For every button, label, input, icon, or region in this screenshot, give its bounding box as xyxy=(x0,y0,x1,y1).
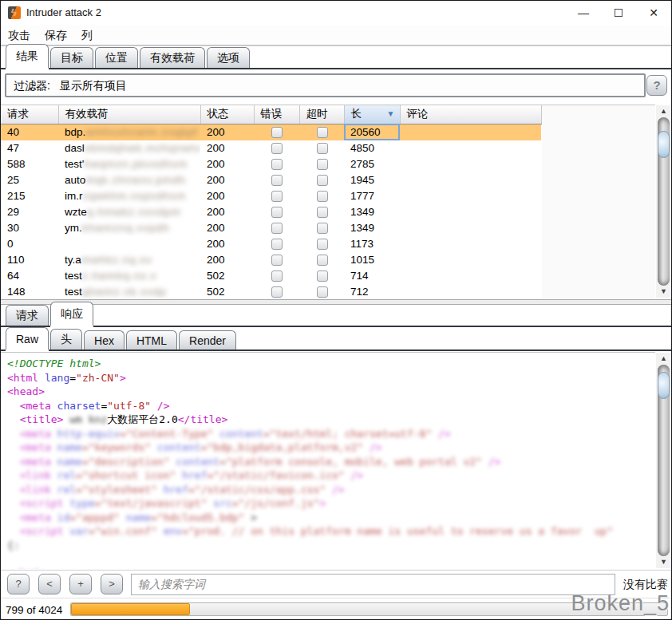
cell-payload[interactable]: ym.khwmznq.xvpdh xyxy=(58,220,200,236)
cell-payload[interactable]: wzteq.hmwkz.nxvdpm xyxy=(58,204,200,220)
filter-help-button[interactable]: ? xyxy=(646,75,667,96)
scroll-down-icon[interactable]: ▼ xyxy=(657,286,670,298)
cell-request[interactable]: 29 xyxy=(1,204,58,220)
tab-view-4[interactable]: Render xyxy=(179,330,236,349)
cell-length[interactable]: 1349 xyxy=(344,204,400,220)
cell-error[interactable] xyxy=(254,284,299,299)
table-row[interactable]: 25automqk.zhnwxv.pmdh2001945 xyxy=(1,172,541,188)
cell-error[interactable] xyxy=(254,220,299,236)
menu-item-1[interactable]: 保存 xyxy=(38,25,74,43)
cell-comment[interactable] xyxy=(400,156,541,172)
cell-length[interactable]: 1173 xyxy=(344,236,400,252)
scroll-down-icon[interactable]: ▼ xyxy=(657,556,670,568)
error-checkbox[interactable] xyxy=(271,143,283,154)
error-checkbox[interactable] xyxy=(271,191,283,202)
cell-timeout[interactable] xyxy=(299,172,344,188)
cell-comment[interactable] xyxy=(400,236,541,252)
tab-main-2[interactable]: 位置 xyxy=(95,47,138,68)
scroll-up-icon[interactable]: ▲ xyxy=(657,105,670,117)
cell-comment[interactable] xyxy=(400,124,541,140)
cell-payload[interactable]: test'hwqmzn.pkvxdhsm xyxy=(58,156,200,172)
timeout-checkbox[interactable] xyxy=(317,191,328,202)
error-checkbox[interactable] xyxy=(271,175,283,186)
timeout-checkbox[interactable] xyxy=(317,143,328,154)
table-row[interactable]: 588test'hwqmzn.pkvxdhsm2002785 xyxy=(1,156,541,172)
cell-error[interactable] xyxy=(254,188,299,204)
timeout-checkbox[interactable] xyxy=(317,175,328,186)
column-header-1[interactable]: 有效载荷 xyxy=(58,105,200,124)
close-button[interactable]: ✕ xyxy=(636,1,671,25)
table-row[interactable]: 64testz.hwmkq.nx.v502714 xyxy=(1,268,541,284)
cell-status[interactable]: 200 xyxy=(200,140,254,156)
search-prev-button[interactable]: < xyxy=(38,574,61,594)
cell-length[interactable]: 712 xyxy=(344,284,400,299)
scrollbar-thumb[interactable] xyxy=(658,372,670,399)
error-checkbox[interactable] xyxy=(271,223,283,234)
column-header-6[interactable]: 评论 xyxy=(400,105,541,124)
cell-error[interactable] xyxy=(254,268,299,284)
tab-view-3[interactable]: HTML xyxy=(126,330,177,349)
timeout-checkbox[interactable] xyxy=(317,159,328,170)
tab-view-0[interactable]: Raw xyxy=(6,327,49,349)
tab-main-1[interactable]: 目标 xyxy=(50,47,93,68)
search-input[interactable] xyxy=(131,574,615,595)
tab-main-4[interactable]: 选项 xyxy=(207,47,250,68)
cell-request[interactable]: 30 xyxy=(1,220,58,236)
error-checkbox[interactable] xyxy=(271,159,283,170)
table-row[interactable]: 110ty.amwhkz.nq.xv2001015 xyxy=(1,252,541,268)
tab-message-1[interactable]: 响应 xyxy=(50,302,93,326)
tab-message-0[interactable]: 请求 xyxy=(6,305,49,326)
cell-status[interactable]: 502 xyxy=(200,284,254,299)
cell-status[interactable]: 200 xyxy=(200,156,254,172)
table-row[interactable]: 30ym.khwmznq.xvpdh2001349 xyxy=(1,220,541,236)
tab-view-1[interactable]: 头 xyxy=(50,329,82,349)
cell-status[interactable]: 200 xyxy=(200,220,254,236)
cell-request[interactable]: 215 xyxy=(1,188,58,204)
cell-length[interactable]: 2785 xyxy=(344,156,400,172)
cell-request[interactable]: 148 xyxy=(1,284,58,299)
timeout-checkbox[interactable] xyxy=(317,223,328,234)
filter-summary[interactable]: 过滤器: 显示所有项目 xyxy=(5,73,646,97)
table-scrollbar[interactable]: ▲ ▼ xyxy=(656,105,671,298)
timeout-checkbox[interactable] xyxy=(317,127,328,138)
table-row[interactable]: 02001173 xyxy=(1,236,541,252)
error-checkbox[interactable] xyxy=(271,127,283,138)
cell-timeout[interactable] xyxy=(299,140,344,156)
timeout-checkbox[interactable] xyxy=(317,271,328,282)
cell-payload[interactable]: daslxbmdqhwk.mzhqnwtv xyxy=(58,140,200,156)
timeout-checkbox[interactable] xyxy=(317,239,328,250)
error-checkbox[interactable] xyxy=(271,255,283,266)
horizontal-splitter[interactable] xyxy=(1,299,671,305)
error-checkbox[interactable] xyxy=(271,239,283,250)
cell-payload[interactable]: testz.hwmkq.nx.v xyxy=(58,268,200,284)
maximize-button[interactable]: ☐ xyxy=(601,1,636,25)
cell-payload[interactable]: automqk.zhnwxv.pmdh xyxy=(58,172,200,188)
search-help-button[interactable]: ? xyxy=(7,574,30,594)
cell-comment[interactable] xyxy=(400,204,541,220)
table-row[interactable]: 148testqhwmz.nk.xvdp502712 xyxy=(1,284,541,299)
cell-timeout[interactable] xyxy=(299,188,344,204)
timeout-checkbox[interactable] xyxy=(317,255,328,266)
search-add-button[interactable]: + xyxy=(69,574,92,594)
tab-main-3[interactable]: 有效载荷 xyxy=(140,47,205,68)
cell-payload[interactable] xyxy=(58,236,200,252)
cell-request[interactable]: 588 xyxy=(1,156,58,172)
timeout-checkbox[interactable] xyxy=(317,286,328,298)
cell-comment[interactable] xyxy=(400,284,541,299)
table-row[interactable]: 29wzteq.hmwkz.nxvdpm2001349 xyxy=(1,204,541,220)
minimize-button[interactable]: — xyxy=(566,1,601,25)
scrollbar-thumb[interactable] xyxy=(658,131,670,158)
cell-status[interactable]: 200 xyxy=(200,236,254,252)
cell-timeout[interactable] xyxy=(299,156,344,172)
table-row[interactable]: 47daslxbmdqhwk.mzhqnwtv2004850 xyxy=(1,140,541,156)
cell-request[interactable]: 64 xyxy=(1,268,58,284)
cell-timeout[interactable] xyxy=(299,268,344,284)
cell-length[interactable]: 4850 xyxy=(344,140,400,156)
cell-request[interactable]: 25 xyxy=(1,172,58,188)
column-header-0[interactable]: 请求 xyxy=(1,105,58,124)
cell-payload[interactable]: im.rzqwkhm.nxpvdhsm xyxy=(58,188,200,204)
cell-status[interactable]: 200 xyxy=(200,172,254,188)
cell-timeout[interactable] xyxy=(299,284,344,299)
cell-payload[interactable]: testqhwmz.nk.xvdp xyxy=(58,284,200,299)
tab-main-0[interactable]: 结果 xyxy=(6,44,49,68)
